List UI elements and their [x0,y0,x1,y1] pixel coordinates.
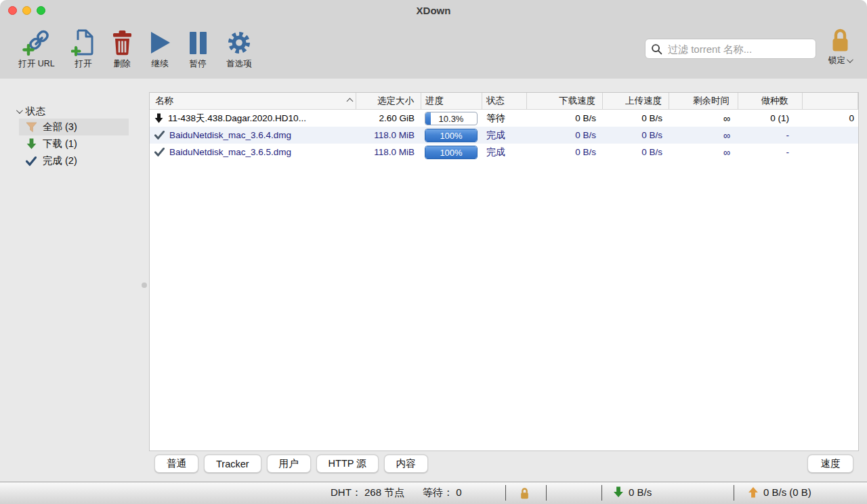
file-name: 11-438天.438.Dagar.2020.HD10... [168,112,306,125]
cell-extra [803,127,858,144]
filter-search-field[interactable] [645,39,816,59]
upload-speed-status: 0 B/s (0 B) [748,486,811,498]
toolbar-label: 删除 [114,58,131,70]
sidebar-item-downloading[interactable]: 下载 (1) [19,135,129,152]
trash-icon [112,28,133,57]
detail-tab[interactable]: HTTP 源 [316,455,379,473]
cell-seeds: 0 (1) [738,110,803,127]
toolbar-buttons: 打开 URL 打开 [12,20,259,70]
status-bar: DHT： 268 节点 等待： 0 0 B/s 0 B/s (0 B) [0,482,867,504]
toolbar-label: 首选项 [226,58,252,70]
pause-button[interactable]: 暂停 [182,20,214,70]
column-header-seeds[interactable]: 做种数 [738,93,803,109]
column-header-name[interactable]: 名称 [150,93,356,109]
cell-progress: 100% [421,144,482,161]
gear-icon [226,28,252,57]
toolbar-label: 暂停 [190,58,207,70]
play-icon [149,28,171,57]
progress-label: 100% [425,146,477,159]
detail-tab[interactable]: 普通 [154,455,198,473]
cell-size: 118.0 MiB [356,144,421,161]
sidebar-item-all[interactable]: 全部 (3) [19,119,129,135]
cell-seeds: - [738,127,803,144]
sidebar-item-label: 下载 (1) [43,138,77,150]
statusbar-divider [734,485,734,501]
column-header-status[interactable]: 状态 [482,93,527,109]
statusbar-divider [601,485,602,501]
progress-bar: 10.3% [425,112,478,125]
column-header-size[interactable]: 选定大小 [356,93,421,109]
upload-speed-value: 0 B/s (0 B) [763,486,811,498]
progress-bar: 100% [425,146,478,159]
splitter-handle[interactable] [142,282,147,288]
chevron-down-icon [16,107,23,114]
search-input[interactable] [667,43,810,56]
lock-button[interactable]: 锁定 [822,28,858,66]
speed-button[interactable]: 速度 [807,455,853,473]
cell-name: 11-438天.438.Dagar.2020.HD10... [150,110,356,127]
link-plus-icon [22,28,51,57]
toolbar-label: 打开 URL [18,58,54,70]
completed-check-icon [154,131,165,140]
window-title: XDown [0,5,867,16]
download-arrow-icon [613,486,624,498]
file-name: BaiduNetdisk_mac_3.6.4.dmg [169,130,291,140]
cell-status: 等待 [482,110,527,127]
detail-tab[interactable]: 用户 [267,455,311,473]
title-bar[interactable]: XDown [0,0,867,20]
column-header-download-speed[interactable]: 下载速度 [527,93,603,109]
column-header-extra[interactable] [803,93,858,109]
download-speed-status: 0 B/s [613,486,652,498]
progress-label: 100% [425,129,477,142]
sidebar-group-status[interactable]: 状态 [16,105,45,118]
downloads-table: 名称 选定大小 进度 状态 下载速度 上传速度 剩余时间 做种数 [149,92,859,451]
column-header-upload-speed[interactable]: 上传速度 [603,93,669,109]
sidebar-group-label: 状态 [26,105,45,118]
cell-extra [803,144,858,161]
cell-progress: 10.3% [421,110,482,127]
toolbar-label: 打开 [75,58,92,70]
window-chrome: XDown [0,0,867,79]
sidebar-item-label: 完成 (2) [43,154,77,167]
sidebar-item-label: 全部 (3) [43,121,77,133]
table-row[interactable]: 11-438天.438.Dagar.2020.HD10... 2.60 GiB … [150,110,858,127]
download-arrow-icon [25,138,37,150]
pause-icon [189,28,207,57]
preferences-button[interactable]: 首选项 [219,20,259,70]
resume-button[interactable]: 继续 [144,20,176,70]
open-url-button[interactable]: 打开 URL [12,20,61,70]
status-lock-icon[interactable] [520,488,530,501]
detail-tab[interactable]: Tracker [204,455,261,473]
cell-download-speed: 0 B/s [527,144,603,161]
cell-eta: ∞ [669,127,738,144]
column-header-progress[interactable]: 进度 [421,93,482,109]
cell-status: 完成 [482,144,527,161]
table-row[interactable]: BaiduNetdisk_mac_3.6.4.dmg 118.0 MiB 100… [150,127,858,144]
dht-nodes-status: DHT： 268 节点 [331,486,404,499]
detail-tab[interactable]: 内容 [384,455,428,473]
sidebar-item-completed[interactable]: 完成 (2) [19,152,129,169]
cell-download-speed: 0 B/s [527,110,603,127]
cell-progress: 100% [421,127,482,144]
main-area: 状态 全部 (3) 下载 (1) 完成 [0,79,867,482]
table-row[interactable]: BaiduNetdisk_mac_3.6.5.dmg 118.0 MiB 100… [150,144,858,161]
cell-status: 完成 [482,127,527,144]
delete-button[interactable]: 删除 [106,20,138,70]
toolbar: 打开 URL 打开 [0,20,867,78]
open-file-button[interactable]: 打开 [66,20,100,70]
chevron-down-icon [847,56,853,63]
cell-name: BaiduNetdisk_mac_3.6.5.dmg [150,144,356,161]
funnel-icon [25,122,37,133]
xdown-window: XDown [0,0,867,504]
progress-bar: 100% [425,129,478,142]
toolbar-label: 继续 [152,58,169,70]
document-plus-icon [71,28,96,57]
sort-ascending-icon [347,98,354,104]
lock-label-wrap: 锁定 [828,55,851,66]
column-header-eta[interactable]: 剩余时间 [669,93,738,109]
cell-eta: ∞ [669,144,738,161]
cell-extra: 0 [803,110,858,127]
statusbar-divider [505,485,506,501]
cell-size: 118.0 MiB [356,127,421,144]
statusbar-divider [546,485,547,501]
